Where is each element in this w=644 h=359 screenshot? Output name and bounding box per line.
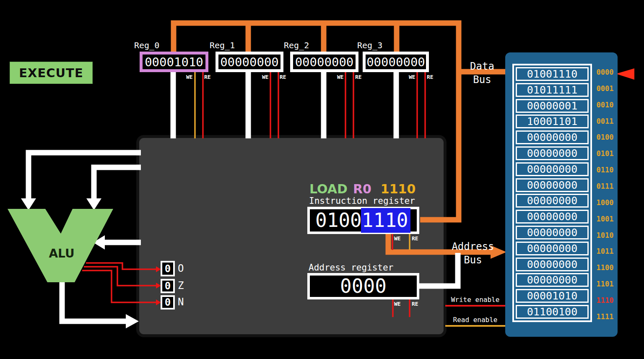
memory-address: 1010 bbox=[595, 229, 615, 242]
ir-we-label: WE bbox=[394, 235, 401, 242]
memory-cell: 00000000 bbox=[516, 258, 589, 271]
memory-address: 0010 bbox=[595, 98, 615, 112]
instruction-address-operand: 1110 bbox=[381, 182, 416, 196]
ir-value-prefix: 0100 bbox=[315, 209, 362, 232]
memory-cell: 00000000 bbox=[516, 210, 589, 224]
reg2-label: Reg_2 bbox=[284, 40, 309, 50]
flag-o-box: 0 bbox=[161, 261, 175, 276]
memory-address: 1111 bbox=[595, 310, 615, 324]
memory-address: 0101 bbox=[595, 147, 615, 161]
reg1-we-label: WE bbox=[262, 74, 269, 80]
memory-address: 1000 bbox=[595, 196, 615, 210]
flag-n-box: 0 bbox=[161, 295, 175, 310]
memory-block: 01001110 01011111 00000001 10001101 0000… bbox=[505, 52, 618, 337]
alu-label: ALU bbox=[47, 247, 76, 260]
write-enable-label: Write enable bbox=[445, 296, 505, 304]
memory-address: 0100 bbox=[595, 130, 615, 144]
memory-address: 1001 bbox=[595, 212, 615, 226]
flag-wires bbox=[82, 263, 161, 305]
memory-cell: 00000000 bbox=[516, 162, 589, 176]
reg2-value: 00000000 bbox=[295, 55, 354, 69]
memory-cell: 00000000 bbox=[516, 273, 589, 287]
reg0-box: 00001010 bbox=[140, 52, 208, 72]
memory-cell: 00000000 bbox=[516, 226, 589, 239]
data-bus-label-line2: Bus bbox=[465, 74, 500, 86]
reg3-label: Reg_3 bbox=[357, 40, 382, 50]
flag-z-label: Z bbox=[178, 280, 184, 291]
reg0-re-label: RE bbox=[204, 74, 211, 80]
memory-address: 0001 bbox=[595, 82, 615, 96]
flag-n-label: N bbox=[178, 296, 184, 308]
memory-addresses: 0000 0001 0010 0011 0100 0101 0110 0111 … bbox=[595, 64, 615, 325]
flag-o-label: O bbox=[178, 263, 184, 274]
address-bus-label-line2: Bus bbox=[451, 254, 495, 266]
ar-re-label: RE bbox=[412, 301, 418, 307]
instruction-mnemonic: LOAD bbox=[309, 182, 348, 196]
address-register-label: Address register bbox=[309, 263, 393, 273]
memory-cell: 00000000 bbox=[516, 194, 589, 208]
reg1-label: Reg_1 bbox=[210, 40, 235, 50]
ir-value-operand: 1110 bbox=[362, 209, 408, 232]
memory-address: 0111 bbox=[595, 180, 615, 193]
memory-cell: 01011111 bbox=[516, 83, 589, 97]
read-enable-label: Read enable bbox=[445, 316, 505, 324]
instruction-register-value: 01001110 bbox=[315, 209, 408, 232]
memory-cell: 00000000 bbox=[516, 146, 589, 160]
address-register-box: 0000 bbox=[307, 273, 419, 299]
memory-address: 1100 bbox=[595, 261, 615, 275]
cpu-simulator-canvas: EXECUTE Reg_0 00001010 WE RE Reg_1 00000… bbox=[0, 0, 644, 359]
reg3-box: 00000000 bbox=[363, 52, 429, 72]
memory-cell: 00000000 bbox=[516, 178, 589, 192]
reg3-re-label: RE bbox=[427, 74, 434, 80]
instruction-register-operand: R0 bbox=[353, 182, 371, 196]
memory-cell: 00000001 bbox=[516, 99, 589, 113]
memory-pointer-icon bbox=[616, 68, 634, 80]
phase-badge: EXECUTE bbox=[10, 62, 93, 84]
memory-address: 0000 bbox=[595, 65, 615, 79]
memory-cells: 01001110 01011111 00000001 10001101 0000… bbox=[512, 64, 592, 322]
memory-cell: 01001110 bbox=[516, 67, 589, 81]
decoded-instruction: LOADR01110 bbox=[309, 182, 415, 196]
memory-cell: 10001101 bbox=[516, 114, 589, 128]
reg0-label: Reg_0 bbox=[134, 40, 159, 50]
address-register-value: 0000 bbox=[310, 276, 417, 297]
memory-address: 1101 bbox=[595, 277, 615, 291]
instruction-register-label: Instruction register bbox=[309, 196, 415, 206]
memory-address: 1011 bbox=[595, 245, 615, 258]
reg0-value: 00001010 bbox=[145, 55, 203, 69]
reg2-box: 00000000 bbox=[290, 52, 358, 72]
ar-we-label: WE bbox=[394, 301, 401, 307]
memory-address-highlighted: 1110 bbox=[595, 294, 615, 307]
reg1-box: 00000000 bbox=[216, 52, 283, 72]
memory-address: 0011 bbox=[595, 114, 615, 128]
register-output-wires bbox=[173, 70, 396, 138]
memory-cell: 01100100 bbox=[516, 305, 589, 319]
instruction-register-box: 01001110 bbox=[307, 207, 419, 234]
reg2-we-label: WE bbox=[337, 74, 344, 80]
reg1-value: 00000000 bbox=[220, 55, 279, 69]
memory-cell: 00000000 bbox=[516, 242, 589, 255]
reg2-re-label: RE bbox=[355, 74, 362, 80]
flag-z-box: 0 bbox=[161, 279, 175, 293]
ir-re-label: RE bbox=[412, 235, 418, 242]
reg1-re-label: RE bbox=[280, 74, 286, 80]
data-bus-label-line1: Data bbox=[465, 60, 500, 72]
reg0-we-label: WE bbox=[186, 74, 193, 80]
memory-cell: 00001010 bbox=[516, 289, 589, 303]
address-bus-label-line1: Address bbox=[451, 241, 495, 252]
reg3-we-label: WE bbox=[409, 74, 415, 80]
memory-address: 0110 bbox=[595, 163, 615, 177]
reg3-value: 00000000 bbox=[366, 55, 425, 69]
memory-cell: 00000000 bbox=[516, 130, 589, 144]
